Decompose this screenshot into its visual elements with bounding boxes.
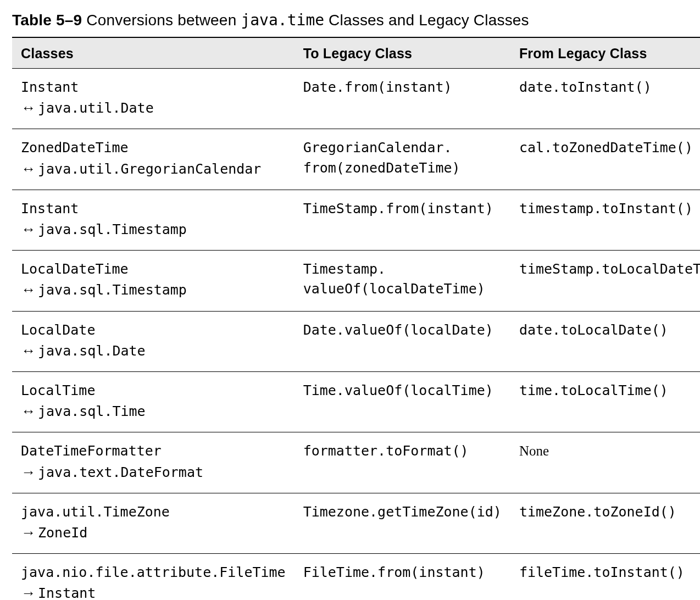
cell-from-legacy: fileTime.toInstant() (510, 554, 700, 600)
class-legacy-name: java.sql.Timestamp (38, 221, 187, 237)
class-legacy: ↔java.sql.Time (21, 401, 286, 422)
table-label: Table 5–9 (12, 12, 82, 29)
table-caption: Table 5–9 Conversions between java.time … (12, 11, 688, 29)
cell-from-legacy: date.toInstant() (510, 69, 700, 129)
cell-classes: LocalTime↔java.sql.Time (12, 371, 295, 432)
cell-classes: ZonedDateTime↔java.util.GregorianCalenda… (12, 129, 295, 190)
class-legacy: ↔java.sql.Timestamp (21, 279, 286, 301)
class-legacy-name: java.util.Date (38, 100, 154, 116)
class-legacy-name: java.sql.Date (38, 343, 146, 359)
class-legacy-name: java.sql.Time (38, 403, 146, 419)
table-header-row: Classes To Legacy Class From Legacy Clas… (12, 37, 700, 69)
table-description: Conversions between java.time Classes an… (86, 12, 529, 29)
table-row: LocalDateTime↔java.sql.TimestampTimestam… (12, 251, 700, 311)
class-primary: ZonedDateTime (21, 138, 286, 158)
class-primary: Instant (21, 199, 286, 219)
caption-post: Classes and Legacy Classes (324, 12, 529, 29)
class-legacy: →ZoneId (21, 522, 286, 543)
cell-to-legacy: Timestamp. valueOf(localDateTime) (295, 251, 510, 311)
class-legacy: ↔java.sql.Date (21, 340, 286, 362)
cell-to-legacy: Time.valueOf(localTime) (295, 371, 510, 432)
cell-classes: LocalDate↔java.sql.Date (12, 311, 295, 371)
header-to-legacy: To Legacy Class (295, 37, 510, 69)
cell-from-legacy: time.toLocalTime() (510, 371, 700, 432)
cell-to-legacy: formatter.toFormat() (295, 432, 510, 493)
arrow-icon: → (21, 464, 38, 480)
cell-classes: Instant↔java.sql.Timestamp (12, 190, 295, 250)
class-legacy-name: ZoneId (38, 525, 87, 541)
cell-classes: DateTimeFormatter→java.text.DateFormat (12, 432, 295, 493)
table-row: LocalDate↔java.sql.DateDate.valueOf(loca… (12, 311, 700, 371)
header-from-legacy: From Legacy Class (510, 37, 700, 69)
cell-from-legacy: date.toLocalDate() (510, 311, 700, 371)
cell-to-legacy: Timezone.getTimeZone(id) (295, 493, 510, 553)
table-row: java.nio.file.attribute.FileTime→Instant… (12, 554, 700, 600)
class-legacy-name: java.text.DateFormat (38, 464, 203, 480)
cell-classes: java.util.TimeZone→ZoneId (12, 493, 295, 553)
cell-from-legacy: timeStamp.toLocalDateTime() (510, 251, 700, 311)
header-classes: Classes (12, 37, 295, 69)
class-primary: LocalTime (21, 381, 286, 401)
class-primary: java.nio.file.attribute.FileTime (21, 563, 286, 582)
arrow-icon: ↔ (21, 99, 38, 116)
class-primary: LocalDateTime (21, 259, 286, 279)
class-primary: Instant (21, 77, 286, 97)
class-primary: java.util.TimeZone (21, 502, 286, 522)
cell-to-legacy: FileTime.from(instant) (295, 554, 510, 600)
cell-classes: LocalDateTime↔java.sql.Timestamp (12, 251, 295, 311)
table-row: ZonedDateTime↔java.util.GregorianCalenda… (12, 129, 700, 190)
table-row: DateTimeFormatter→java.text.DateFormatfo… (12, 432, 700, 493)
cell-classes: java.nio.file.attribute.FileTime→Instant (12, 554, 295, 600)
cell-to-legacy: Date.valueOf(localDate) (295, 311, 510, 371)
arrow-icon: ↔ (21, 342, 38, 359)
arrow-icon: ↔ (21, 403, 38, 419)
arrow-icon: ↔ (21, 160, 38, 177)
cell-classes: Instant↔java.util.Date (12, 69, 295, 129)
class-legacy: ↔java.sql.Timestamp (21, 219, 286, 240)
cell-from-legacy: timeZone.toZoneId() (510, 493, 700, 553)
table-row: LocalTime↔java.sql.TimeTime.valueOf(loca… (12, 371, 700, 432)
arrow-icon: → (21, 585, 38, 600)
table-row: Instant↔java.sql.TimestampTimeStamp.from… (12, 190, 700, 250)
class-legacy-name: Instant (38, 585, 96, 600)
cell-from-legacy: None (510, 432, 700, 493)
conversion-table: Classes To Legacy Class From Legacy Clas… (12, 37, 700, 600)
cell-to-legacy: Date.from(instant) (295, 69, 510, 129)
class-legacy-name: java.util.GregorianCalendar (38, 161, 261, 177)
table-row: Instant↔java.util.DateDate.from(instant)… (12, 69, 700, 129)
class-legacy-name: java.sql.Timestamp (38, 282, 187, 298)
class-primary: LocalDate (21, 320, 286, 340)
cell-to-legacy: GregorianCalendar. from(zonedDateTime) (295, 129, 510, 190)
arrow-icon: ↔ (21, 221, 38, 237)
class-legacy: →Instant (21, 582, 286, 600)
cell-from-legacy: timestamp.toInstant() (510, 190, 700, 250)
cell-from-legacy: cal.toZonedDateTime() (510, 129, 700, 190)
arrow-icon: → (21, 524, 38, 541)
class-legacy: →java.text.DateFormat (21, 462, 286, 483)
cell-to-legacy: TimeStamp.from(instant) (295, 190, 510, 250)
arrow-icon: ↔ (21, 281, 38, 298)
class-primary: DateTimeFormatter (21, 441, 286, 461)
class-legacy: ↔java.util.Date (21, 97, 286, 119)
table-row: java.util.TimeZone→ZoneIdTimezone.getTim… (12, 493, 700, 553)
caption-pre: Conversions between (86, 12, 241, 29)
caption-code: java.time (241, 11, 324, 29)
class-legacy: ↔java.util.GregorianCalendar (21, 158, 286, 180)
